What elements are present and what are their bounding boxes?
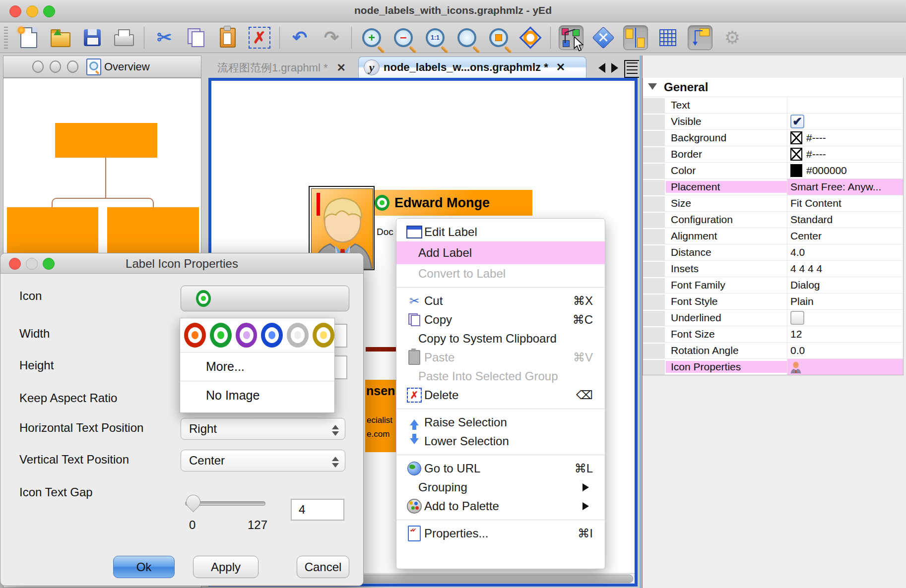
toolbar: ✂ ✗ ↶ ↷ + − 1:1 ⚙ [0, 22, 906, 53]
icon-text-gap-input[interactable]: 4 [291, 499, 344, 521]
new-document-icon[interactable] [17, 26, 41, 50]
menu-item-paste-into-selected-group: Paste Into Selected Group [396, 367, 605, 386]
menu-item-properties[interactable]: Properties...⌘I [396, 524, 605, 543]
context-menu: Edit Label Add Label Convert to Label ✂ … [396, 218, 605, 569]
ok-button[interactable]: Ok [113, 556, 175, 578]
prop-row-background[interactable]: Background#---- [643, 129, 903, 146]
green-circle-icon [196, 290, 211, 307]
toolbar-separator [351, 27, 352, 49]
redo-icon[interactable]: ↷ [320, 26, 343, 50]
panel-dot[interactable] [50, 60, 61, 73]
green-circle-icon[interactable] [210, 323, 232, 348]
grid-icon[interactable] [656, 26, 680, 50]
panel-dot[interactable] [32, 60, 44, 73]
copy-icon[interactable] [184, 26, 208, 50]
previous-tab-icon[interactable] [593, 63, 605, 73]
tab-node-labels-with-icons[interactable]: y node_labels_w...ons.graphmlz * ✕ [358, 57, 586, 78]
prop-row-insets[interactable]: Insets4 4 4 4 [643, 260, 903, 277]
edit-mode-icon[interactable] [559, 25, 583, 50]
prop-row-border[interactable]: Border#---- [643, 146, 903, 162]
slider-max-label: 127 [248, 518, 267, 532]
menu-item-lower-selection[interactable]: Lower Selection [396, 432, 605, 451]
print-icon[interactable] [112, 26, 136, 50]
toolbar-separator [550, 27, 551, 49]
prop-row-font-style[interactable]: Font StylePlain [643, 293, 903, 309]
yellow-circle-icon[interactable] [313, 323, 334, 348]
delete-icon[interactable]: ✗ [248, 26, 271, 50]
menu-item-grouping[interactable]: Grouping [396, 478, 605, 497]
prop-row-placement[interactable]: PlacementSmart Free: Anyw... [643, 178, 903, 195]
horizontal-text-position-select[interactable]: Right [181, 418, 345, 440]
cancel-button[interactable]: Cancel [297, 556, 349, 578]
prop-row-rotation-angle[interactable]: Rotation Angle0.0 [643, 342, 903, 358]
prop-row-configuration[interactable]: ConfigurationStandard [643, 211, 903, 228]
snap-lines-icon[interactable] [623, 25, 648, 50]
prop-row-size[interactable]: SizeFit Content [643, 195, 903, 211]
zoom-to-selection-icon[interactable] [487, 26, 511, 50]
next-tab-icon[interactable] [611, 63, 623, 73]
popup-item-no-image[interactable]: No Image [180, 381, 334, 403]
prop-row-color[interactable]: Color#000000 [643, 162, 903, 178]
prop-row-distance[interactable]: Distance4.0 [643, 244, 903, 260]
menu-item-edit-label[interactable]: Edit Label [396, 223, 605, 241]
close-tab-icon[interactable]: ✕ [556, 61, 565, 74]
menu-item-copy-to-system-clipboard[interactable]: Copy to System Clipboard [396, 329, 605, 348]
prop-row-font-size[interactable]: Font Size12 [643, 326, 903, 342]
purple-circle-icon[interactable] [236, 323, 258, 348]
menu-item-cut[interactable]: ✂ Cut⌘X [396, 292, 605, 310]
prop-row-text[interactable]: Text [643, 97, 903, 113]
overview-edge [105, 158, 106, 198]
red-circle-icon[interactable] [184, 323, 206, 348]
checkbox-checked[interactable]: ✔ [790, 115, 804, 128]
zoom-out-icon[interactable]: − [391, 26, 415, 50]
paste-icon[interactable] [216, 26, 240, 50]
checkbox-unchecked[interactable] [790, 311, 804, 325]
prop-row-underlined[interactable]: Underlined [643, 309, 903, 326]
edit-label-icon [404, 226, 424, 238]
prop-row-alignment[interactable]: AlignmentCenter [643, 228, 903, 244]
second-person-node[interactable]: nsen ecialist e.com [365, 380, 396, 452]
open-file-icon[interactable] [49, 26, 72, 50]
prop-row-font-family[interactable]: Font FamilyDialog [643, 277, 903, 293]
panel-dot[interactable] [67, 60, 78, 73]
menu-item-delete[interactable]: ✗ Delete⌫ [396, 386, 605, 405]
fit-content-icon[interactable] [518, 26, 542, 50]
toolbar-grip[interactable] [4, 27, 8, 49]
tab-list-icon[interactable] [624, 60, 640, 78]
menu-item-go-to-url[interactable]: Go to URL⌘L [396, 459, 605, 478]
prop-row-visible[interactable]: Visible✔ [643, 113, 903, 129]
zoom-actual-size-icon[interactable]: 1:1 [423, 26, 447, 50]
undo-icon[interactable]: ↶ [288, 26, 312, 50]
menu-item-add-label[interactable]: Add Label [396, 241, 605, 264]
white-circle-icon[interactable] [287, 323, 309, 348]
tab-flowchart-example[interactable]: 流程图范例1.graphml * ✕ [210, 58, 357, 78]
group-row-general[interactable]: General [643, 78, 903, 97]
menu-item-copy[interactable]: Copy⌘C [396, 310, 605, 329]
popup-item-more[interactable]: More... [180, 353, 334, 374]
zoom-icon[interactable] [455, 26, 479, 50]
menu-separator [396, 455, 605, 455]
collapse-triangle-icon[interactable] [648, 83, 657, 94]
overview-icon [86, 59, 101, 75]
orthogonal-edges-icon[interactable] [688, 25, 712, 50]
icon-dropdown[interactable] [181, 286, 349, 311]
prop-row-icon-properties[interactable]: Icon Properties [643, 358, 903, 375]
overview-title: Overview [104, 60, 150, 73]
close-tab-icon[interactable]: ✕ [337, 61, 346, 74]
zoom-in-icon[interactable]: + [360, 26, 384, 50]
cut-icon[interactable]: ✂ [152, 26, 176, 50]
blue-circle-icon[interactable] [261, 323, 283, 348]
node-label-edward-monge[interactable]: Edward Monge [375, 190, 532, 216]
apply-button[interactable]: Apply [193, 556, 259, 578]
graph-edge[interactable] [366, 347, 396, 352]
menu-item-add-to-palette[interactable]: Add to Palette [396, 497, 605, 516]
vertical-text-position-select[interactable]: Center [181, 450, 345, 471]
slider-thumb[interactable] [183, 492, 203, 512]
save-icon[interactable] [80, 26, 104, 50]
globe-icon [404, 462, 424, 475]
menu-item-raise-selection[interactable]: Raise Selection [396, 413, 605, 432]
toolbar-separator [279, 27, 280, 49]
navigate-icon[interactable] [591, 26, 615, 50]
node-name: Edward Monge [394, 195, 490, 211]
no-color-swatch-icon [790, 131, 802, 144]
